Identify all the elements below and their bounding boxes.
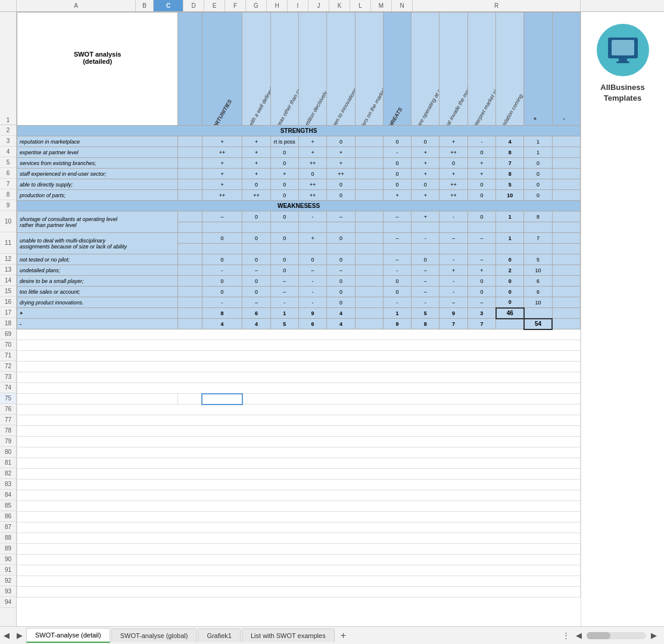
col-d-header[interactable]: D: [183, 0, 204, 11]
table-row: unable to deal with multi-disciplinaryas…: [17, 233, 581, 244]
spreadsheet-app: A B C D E F G H I J K L M N R 1 2 3 4 5 …: [0, 0, 664, 644]
col-l-header[interactable]: L: [350, 0, 371, 11]
table-row: services from existing branches; + + 0 +…: [17, 158, 581, 169]
empty-row: [17, 405, 581, 415]
diag-header-l: very difficult to interpret market signa…: [467, 78, 495, 126]
empty-row: [17, 480, 581, 490]
tab-nav-left[interactable]: ◀: [0, 629, 13, 642]
empty-row: [17, 437, 581, 447]
tab-nav-right[interactable]: ▶: [13, 629, 26, 642]
section-weaknesses-header: WEAKNESESS: [17, 201, 581, 211]
table-row: expertise at partner level ++ + 0 + + - …: [17, 147, 581, 158]
empty-row: [17, 458, 581, 469]
totals-minus-row: - 4 4 5 6 4 9 8 7 7 54: [17, 319, 581, 329]
col-n-header[interactable]: N: [392, 0, 413, 11]
diag-header-f: little competition decisively: [298, 90, 326, 125]
diag-header-d: well established position with a well de…: [242, 59, 270, 126]
col-j-header[interactable]: J: [308, 0, 329, 11]
col-e-header[interactable]: E: [204, 0, 225, 11]
diag-header-e: identified market in areas other than co…: [270, 67, 298, 125]
diag-header-j: large competitors that are operating at …: [412, 64, 439, 126]
table-row: production of parts; ++ ++ 0 ++ 0 + + ++…: [17, 190, 581, 201]
empty-row: [17, 565, 581, 576]
col-c-header[interactable]: C: [154, 0, 183, 11]
col-letter-bar: A B C D E F G H I J K L M N R: [0, 0, 664, 12]
empty-row: [17, 469, 581, 480]
col-a-header[interactable]: A: [17, 0, 136, 11]
tab-swot-detail[interactable]: SWOT-analyse (detail): [26, 628, 110, 643]
col-i-header[interactable]: I: [288, 0, 308, 11]
tab-swot-global[interactable]: SWOT-analyse (global): [111, 629, 197, 642]
totals-plus-row: + 8 6 1 9 4 1 5 9 3 46: [17, 308, 581, 319]
table-row: too little sales or account; 0 0 – - 0 0…: [17, 287, 581, 297]
active-cell-c75[interactable]: [202, 394, 242, 405]
diag-header-m: other legislation coming: [496, 93, 524, 125]
empty-row: [17, 351, 581, 362]
diag-header-minus: -: [560, 116, 566, 121]
col-h-header[interactable]: H: [267, 0, 288, 11]
scroll-left-icon[interactable]: ◀: [573, 629, 584, 642]
empty-row: [17, 522, 581, 533]
horizontal-scrollbar[interactable]: [587, 632, 646, 639]
section-strengths-header: STRENGTHS: [17, 126, 581, 136]
table-row: staff experienced in end-user sector; + …: [17, 169, 581, 179]
brand-name: AllBusiness Templates: [600, 82, 644, 104]
tab-bar: ◀ ▶ SWOT-analyse (detail) SWOT-analyse (…: [0, 626, 664, 644]
empty-row: [17, 490, 581, 501]
empty-row: [17, 447, 581, 458]
empty-row: [17, 587, 581, 598]
empty-row: [17, 329, 581, 340]
table-row: not tested or no pilot; 0 0 0 0 0 – 0 - …: [17, 254, 581, 265]
logo-monitor: [608, 38, 638, 63]
table-area: SWOT analysis (detailed) OPPORTUNITIES w…: [17, 12, 581, 626]
table-row: reputation in marketplace + + rt is poss…: [17, 136, 581, 147]
empty-row: [17, 533, 581, 544]
empty-row: [17, 544, 581, 555]
diag-header-plus: +: [531, 116, 538, 122]
empty-row: [17, 512, 581, 522]
empty-row: [17, 415, 581, 426]
tab-grafiek[interactable]: Grafiek1: [198, 629, 241, 642]
logo-circle: [597, 24, 649, 76]
empty-row: [17, 383, 581, 394]
empty-row: [17, 501, 581, 512]
col-m-header[interactable]: M: [371, 0, 392, 11]
table-row: able to directly supply; + 0 0 ++ 0 0 0 …: [17, 179, 581, 190]
diag-header-h: more suppliers on the market: [355, 88, 383, 126]
col-g-header[interactable]: G: [246, 0, 267, 11]
diag-header-opportunities: OPPORTUNITIES: [206, 98, 233, 125]
sheet-title: SWOT analysis (detailed): [22, 51, 173, 65]
col-k-header[interactable]: K: [329, 0, 350, 11]
scroll-right-icon[interactable]: ▶: [649, 629, 659, 642]
col-f-header[interactable]: F: [225, 0, 246, 11]
diag-header-threats: THREATS: [386, 107, 404, 126]
row-numbers: 1 2 3 4 5 6 7 8 9 10 11 12 13 14 15 16 1…: [0, 12, 17, 626]
table-row: undetailed plans; - – 0 – – - – + + 2 10: [17, 265, 581, 276]
diag-header-g: market is open to innovations: [327, 87, 355, 125]
empty-row: [17, 426, 581, 437]
tab-add[interactable]: +: [336, 627, 351, 644]
col-b-header[interactable]: B: [136, 0, 154, 11]
diag-header-k: small competitors that invade the market…: [439, 70, 467, 126]
tab-list-swot[interactable]: List with SWOT examples: [242, 629, 335, 642]
table-row: desire to be a small player; 0 0 – - 0 0…: [17, 276, 581, 287]
empty-row: [17, 340, 581, 351]
tab-options-icon[interactable]: ⋮: [559, 629, 573, 642]
empty-row: [17, 372, 581, 383]
empty-row: [17, 576, 581, 587]
empty-row: [17, 362, 581, 372]
empty-row: [17, 555, 581, 565]
right-panel: AllBusiness Templates: [581, 12, 664, 626]
active-row-75: [17, 394, 581, 405]
table-row: drying product innovations. - – - - 0 - …: [17, 297, 581, 308]
table-row: shortage of consultants at operating lev…: [17, 211, 581, 222]
